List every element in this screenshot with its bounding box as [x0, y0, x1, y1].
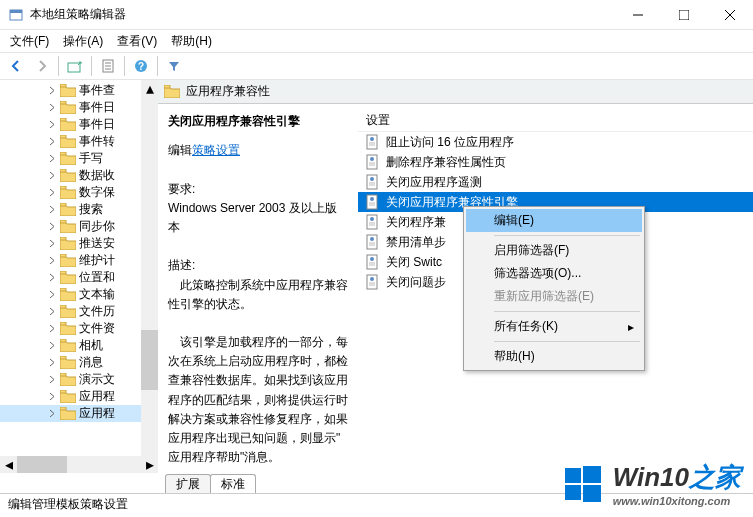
tree-item[interactable]: 搜索: [0, 201, 157, 218]
ctx-edit[interactable]: 编辑(E): [466, 209, 642, 232]
svg-rect-29: [60, 356, 66, 359]
folder-icon: [164, 85, 180, 98]
svg-point-47: [370, 197, 374, 201]
svg-rect-16: [60, 135, 66, 138]
tree-item[interactable]: 数据收: [0, 167, 157, 184]
scroll-left-icon[interactable]: ◂: [0, 456, 17, 473]
list-item[interactable]: 删除程序兼容性属性页: [358, 152, 753, 172]
tree-item-label: 数字保: [79, 184, 115, 201]
tree-item-label: 文件历: [79, 303, 115, 320]
back-button[interactable]: [4, 54, 28, 78]
toolbar: ?: [0, 52, 753, 80]
list-item[interactable]: 关闭应用程序遥测: [358, 172, 753, 192]
statusbar: 编辑管理模板策略设置: [0, 493, 753, 515]
svg-rect-13: [60, 84, 66, 87]
req-label: 要求:: [168, 180, 348, 199]
menubar: 文件(F) 操作(A) 查看(V) 帮助(H): [0, 30, 753, 52]
svg-rect-27: [60, 322, 66, 325]
tree-item-label: 相机: [79, 337, 103, 354]
menu-action[interactable]: 操作(A): [57, 31, 109, 52]
ctx-help[interactable]: 帮助(H): [466, 345, 642, 368]
forward-button[interactable]: [30, 54, 54, 78]
maximize-button[interactable]: [661, 0, 707, 30]
tree-item[interactable]: 数字保: [0, 184, 157, 201]
submenu-arrow-icon: ▸: [628, 320, 634, 334]
close-button[interactable]: [707, 0, 753, 30]
properties-button[interactable]: [96, 54, 120, 78]
tree-item[interactable]: 事件日: [0, 99, 157, 116]
menu-help[interactable]: 帮助(H): [165, 31, 218, 52]
svg-rect-23: [60, 254, 66, 257]
svg-rect-24: [60, 271, 66, 274]
tree-item[interactable]: 应用程: [0, 405, 157, 422]
svg-rect-1: [10, 10, 22, 13]
ctx-reapply-filter: 重新应用筛选器(E): [466, 285, 642, 308]
tree-item-label: 应用程: [79, 388, 115, 405]
up-button[interactable]: [63, 54, 87, 78]
tree-item[interactable]: 推送安: [0, 235, 157, 252]
desc-label: 描述:: [168, 256, 348, 275]
detail-pane: 关闭应用程序兼容性引擎 编辑策略设置 要求: Windows Server 20…: [158, 104, 358, 473]
tree-item-label: 文件资: [79, 320, 115, 337]
tree-pane: 事件查事件日事件日事件转手写数据收数字保搜索同步你推送安维护计位置和文本输文件历…: [0, 80, 158, 473]
tree-item[interactable]: 文件历: [0, 303, 157, 320]
svg-rect-33: [164, 85, 170, 88]
tab-extended[interactable]: 扩展: [165, 474, 211, 493]
tree-item[interactable]: 演示文: [0, 371, 157, 388]
ctx-filter-options[interactable]: 筛选器选项(O)...: [466, 262, 642, 285]
ctx-all-tasks[interactable]: 所有任务(K)▸: [466, 315, 642, 338]
tree-item[interactable]: 同步你: [0, 218, 157, 235]
tab-standard[interactable]: 标准: [210, 474, 256, 493]
content-header: 应用程序兼容性: [158, 80, 753, 104]
ctx-enable-filter[interactable]: 启用筛选器(F): [466, 239, 642, 262]
scroll-up-icon[interactable]: ▴: [141, 80, 158, 97]
tree-item[interactable]: 手写: [0, 150, 157, 167]
list-item[interactable]: 阻止访问 16 位应用程序: [358, 132, 753, 152]
svg-point-51: [370, 217, 374, 221]
minimize-button[interactable]: [615, 0, 661, 30]
list-item-label: 关闭 Switc: [386, 254, 442, 271]
tree-item-label: 维护计: [79, 252, 115, 269]
svg-point-59: [370, 257, 374, 261]
tree-item-label: 事件转: [79, 133, 115, 150]
app-icon: [8, 7, 24, 23]
detail-edit-row: 编辑策略设置: [168, 141, 348, 160]
tree-item-label: 手写: [79, 150, 103, 167]
scroll-thumb[interactable]: [141, 330, 158, 390]
scroll-right-icon[interactable]: ▸: [141, 456, 158, 473]
tree-item[interactable]: 位置和: [0, 269, 157, 286]
svg-rect-3: [679, 10, 689, 20]
svg-rect-18: [60, 169, 66, 172]
desc-text-2: 该引擎是加载程序的一部分，每次在系统上启动应用程序时，都检查兼容性数据库。如果找…: [168, 333, 348, 467]
tree-item[interactable]: 维护计: [0, 252, 157, 269]
tree-item-label: 同步你: [79, 218, 115, 235]
svg-rect-26: [60, 305, 66, 308]
tree-item[interactable]: 事件查: [0, 82, 157, 99]
content-tabs: 扩展 标准: [0, 473, 753, 493]
tree-item-label: 应用程: [79, 405, 115, 422]
tree-item-label: 搜索: [79, 201, 103, 218]
svg-point-63: [370, 277, 374, 281]
tree-item[interactable]: 应用程: [0, 388, 157, 405]
settings-column-header[interactable]: 设置: [358, 110, 753, 132]
tree-item[interactable]: 文件资: [0, 320, 157, 337]
tree-scrollbar[interactable]: ▴ ▾: [141, 80, 158, 473]
tree-item[interactable]: 相机: [0, 337, 157, 354]
svg-rect-20: [60, 203, 66, 206]
scroll-hthumb[interactable]: [17, 456, 67, 473]
edit-policy-link[interactable]: 策略设置: [192, 143, 240, 157]
menu-view[interactable]: 查看(V): [111, 31, 163, 52]
svg-rect-25: [60, 288, 66, 291]
tree-item[interactable]: 事件日: [0, 116, 157, 133]
help-button[interactable]: ?: [129, 54, 153, 78]
tree-scrollbar-h[interactable]: ◂ ▸: [0, 456, 158, 473]
tree-item[interactable]: 事件转: [0, 133, 157, 150]
tree-item[interactable]: 文本输: [0, 286, 157, 303]
tree-item[interactable]: 消息: [0, 354, 157, 371]
menu-file[interactable]: 文件(F): [4, 31, 55, 52]
filter-button[interactable]: [162, 54, 186, 78]
svg-rect-19: [60, 186, 66, 189]
tree-item-label: 事件查: [79, 82, 115, 99]
svg-rect-30: [60, 373, 66, 376]
svg-rect-15: [60, 118, 66, 121]
